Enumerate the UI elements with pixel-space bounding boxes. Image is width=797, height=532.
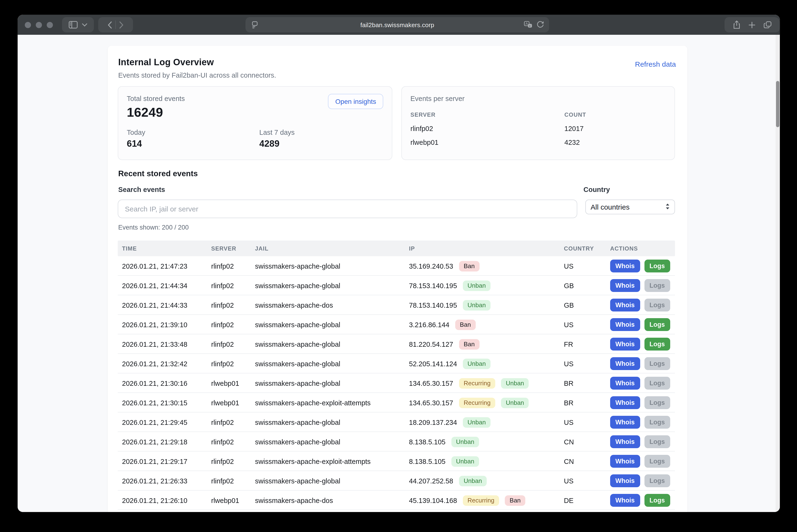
logs-button[interactable]: Logs <box>644 455 670 468</box>
server-name: rlwebp01 <box>411 138 438 146</box>
translate-icon[interactable]: A x <box>524 21 532 28</box>
event-time: 2026.01.21, 21:32:42 <box>122 354 187 374</box>
search-input[interactable] <box>118 200 577 218</box>
event-time: 2026.01.21, 21:44:34 <box>122 276 187 295</box>
column-header-country: COUNTRY <box>564 245 594 252</box>
whois-button[interactable]: Whois <box>610 279 640 292</box>
event-actions: Whois Logs <box>610 354 670 374</box>
open-insights-button[interactable]: Open insights <box>328 94 383 109</box>
whois-button[interactable]: Whois <box>610 299 640 311</box>
logs-button[interactable]: Logs <box>644 260 670 272</box>
event-jail: swissmakers-apache-global <box>255 374 340 393</box>
event-country: DE <box>564 491 574 510</box>
zoom-window-button[interactable] <box>47 22 53 28</box>
new-tab-icon[interactable] <box>748 21 755 28</box>
event-actions: Whois Logs <box>610 452 670 471</box>
tabs-icon[interactable] <box>763 21 772 28</box>
event-server: rlinfp02 <box>211 354 234 374</box>
event-jail: swissmakers-apache-global <box>255 256 340 276</box>
whois-button[interactable]: Whois <box>610 455 640 468</box>
per-server-title: Events per server <box>411 95 465 102</box>
logs-button[interactable]: Logs <box>644 338 670 350</box>
sidebar-icon[interactable] <box>69 21 78 28</box>
back-icon[interactable] <box>108 21 112 28</box>
event-country: US <box>564 315 574 334</box>
event-ip: 35.169.240.53 <box>409 262 453 270</box>
whois-button[interactable]: Whois <box>610 474 640 487</box>
event-ip: 134.65.30.157 <box>409 399 453 406</box>
event-ip: 78.153.140.195 <box>409 301 457 309</box>
forward-icon[interactable] <box>119 21 124 28</box>
event-ip: 44.207.252.58 <box>409 477 453 484</box>
whois-button[interactable]: Whois <box>610 260 640 272</box>
logs-button[interactable]: Logs <box>644 299 670 311</box>
logs-button[interactable]: Logs <box>644 474 670 487</box>
event-country: US <box>564 413 574 432</box>
table-row: 2026.01.21, 21:30:15 rlwebp01 swissmaker… <box>118 393 675 413</box>
event-ip-cell: 8.138.5.105 Unban <box>409 452 479 471</box>
table-row: 2026.01.21, 21:26:33 rlinfp02 swissmaker… <box>118 471 675 491</box>
whois-button[interactable]: Whois <box>610 396 640 409</box>
whois-button[interactable]: Whois <box>610 494 640 507</box>
reload-icon[interactable] <box>537 21 544 28</box>
event-actions: Whois Logs <box>610 334 670 354</box>
event-country: CN <box>564 452 574 471</box>
address-bar[interactable]: fail2ban.swissmakers.corp A x <box>246 17 549 32</box>
event-actions: Whois Logs <box>610 432 670 452</box>
browser-window: fail2ban.swissmakers.corp A x <box>18 15 780 512</box>
browser-titlebar: fail2ban.swissmakers.corp A x <box>18 15 780 35</box>
close-window-button[interactable] <box>25 22 31 28</box>
logs-button[interactable]: Logs <box>644 396 670 409</box>
event-jail: swissmakers-apache-dos <box>255 491 333 510</box>
event-ip-cell: 45.139.104.168 RecurringBan <box>409 491 526 510</box>
country-select[interactable]: All countries <box>585 200 675 214</box>
scrollbar-thumb[interactable] <box>776 81 779 127</box>
logs-button[interactable]: Logs <box>644 494 670 507</box>
event-ip: 81.220.54.127 <box>409 340 453 348</box>
whois-button[interactable]: Whois <box>610 357 640 370</box>
event-ip-cell: 3.216.86.144 Ban <box>409 315 476 334</box>
logs-button[interactable]: Logs <box>644 318 670 331</box>
event-country: FR <box>564 334 573 354</box>
event-server: rlwebp01 <box>211 374 239 393</box>
event-server: rlinfp02 <box>211 413 234 432</box>
logs-button[interactable]: Logs <box>644 416 670 429</box>
last7-stat: Last 7 days 4289 <box>259 129 294 149</box>
event-ip: 18.209.137.234 <box>409 418 457 426</box>
event-time: 2026.01.21, 21:29:18 <box>122 432 187 452</box>
whois-button[interactable]: Whois <box>610 416 640 429</box>
whois-button[interactable]: Whois <box>610 435 640 448</box>
event-ip-cell: 78.153.140.195 Unban <box>409 295 490 315</box>
status-badge: Ban <box>459 261 479 271</box>
logs-button[interactable]: Logs <box>644 279 670 292</box>
events-shown-text: Events shown: 200 / 200 <box>118 224 189 231</box>
event-actions: Whois Logs <box>610 276 670 295</box>
logs-button[interactable]: Logs <box>644 435 670 448</box>
scrollbar-track[interactable] <box>776 35 780 512</box>
refresh-data-link[interactable]: Refresh data <box>635 60 676 68</box>
chevron-down-icon[interactable] <box>82 23 87 26</box>
event-jail: swissmakers-apache-global <box>255 413 340 432</box>
logs-button[interactable]: Logs <box>644 357 670 370</box>
status-badge: Unban <box>451 437 479 447</box>
status-badge: Unban <box>501 397 529 408</box>
event-time: 2026.01.21, 21:47:23 <box>122 256 187 276</box>
status-badge: Recurring <box>459 397 495 408</box>
event-country: US <box>564 471 574 491</box>
page-subtitle: Events stored by Fail2ban-UI across all … <box>118 72 276 79</box>
server-name: rlinfp02 <box>411 125 433 132</box>
logs-button[interactable]: Logs <box>644 377 670 390</box>
sidebar-toggle-group <box>62 17 94 32</box>
event-jail: swissmakers-apache-global <box>255 276 340 295</box>
event-ip-cell: 18.209.137.234 Unban <box>409 413 490 432</box>
event-country: GB <box>564 295 574 315</box>
whois-button[interactable]: Whois <box>610 338 640 350</box>
column-header-ip: IP <box>409 245 415 252</box>
event-jail: swissmakers-apache-global <box>255 315 340 334</box>
whois-button[interactable]: Whois <box>610 377 640 390</box>
minimize-window-button[interactable] <box>36 22 42 28</box>
whois-button[interactable]: Whois <box>610 318 640 331</box>
page-menu-icon[interactable] <box>252 21 258 28</box>
share-icon[interactable] <box>733 20 740 29</box>
table-row: 2026.01.21, 21:33:48 rlinfp02 swissmaker… <box>118 334 675 354</box>
